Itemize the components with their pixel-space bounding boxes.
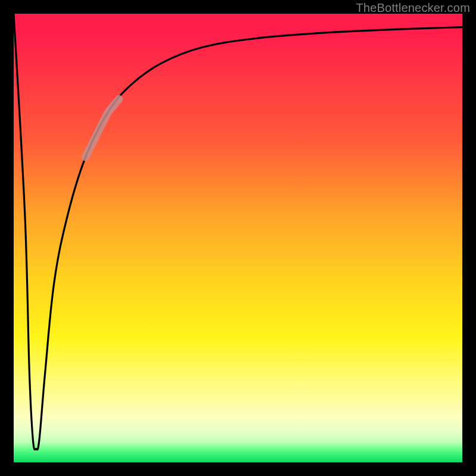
attribution-text: TheBottlenecker.com <box>356 1 470 15</box>
chart-frame: TheBottlenecker.com <box>0 0 476 476</box>
bottleneck-curve <box>14 14 462 450</box>
curve-layer <box>14 14 462 462</box>
highlight-segment <box>86 99 120 157</box>
